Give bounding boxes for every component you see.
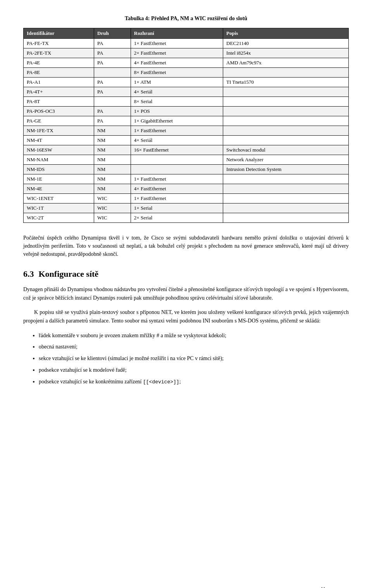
table-cell: NM <box>94 126 131 136</box>
table-cell <box>94 68 131 78</box>
table-cell: NM-16ESW <box>24 145 94 155</box>
table-cell: PA-8T <box>24 97 94 107</box>
table-row: NM-NAMNMNetwork Analyzer <box>24 155 349 165</box>
table-cell: NM <box>94 155 131 165</box>
table-cell: PA <box>94 78 131 87</box>
section-heading: 6.3Konfigurace sítě <box>23 269 349 279</box>
table-row: NM-1FE-TXNM1× FastEthernet <box>24 126 349 136</box>
col-header-identifikator: Identifikátor <box>24 28 94 39</box>
table-cell: NM-4E <box>24 184 94 194</box>
table-cell: DEC21140 <box>223 39 349 48</box>
table-cell: 8× FastEthernet <box>131 68 223 78</box>
table-cell: 4× Seriál <box>131 87 223 97</box>
table-cell: PA-FE-TX <box>24 39 94 48</box>
table-row: PA-8T8× Serial <box>24 97 349 107</box>
table-cell <box>223 213 349 223</box>
table-cell: PA-4T+ <box>24 87 94 97</box>
table-row: NM-16ESWNM16× FastEthernetSwitchovací mo… <box>24 145 349 155</box>
table-cell: PA <box>94 48 131 58</box>
table-cell: PA-GE <box>24 116 94 126</box>
table-row: WIC-1ENETWIC1× FastEthernet <box>24 194 349 203</box>
table-cell: WIC-1T <box>24 203 94 213</box>
table-cell: 1× ATM <box>131 78 223 87</box>
table-cell: 1× FastEthernet <box>131 39 223 48</box>
table-cell <box>223 107 349 116</box>
table-cell: NM-NAM <box>24 155 94 165</box>
table-row: NM-IDSNMIntrusion Detection System <box>24 165 349 174</box>
table-cell: NM-IDS <box>24 165 94 174</box>
table-cell: NM-1E <box>24 174 94 184</box>
col-header-druh: Druh <box>94 28 131 39</box>
table-row: PA-POS-OC3PA1× POS <box>24 107 349 116</box>
table-cell: 1× POS <box>131 107 223 116</box>
table-cell: WIC <box>94 213 131 223</box>
table-cell: PA <box>94 87 131 97</box>
col-header-rozhrani: Rozhraní <box>131 28 223 39</box>
table-cell: NM-1FE-TX <box>24 126 94 136</box>
table-cell: PA-A1 <box>24 78 94 87</box>
table-cell <box>94 97 131 107</box>
table-cell: 1× FastEthernet <box>131 126 223 136</box>
table-cell <box>223 97 349 107</box>
table-cell <box>223 136 349 145</box>
table-row: NM-4ENM4× FastEthernet <box>24 184 349 194</box>
table-cell: 4× FastEthernet <box>131 58 223 68</box>
table-row: PA-A1PA1× ATMTI Tneta1570 <box>24 78 349 87</box>
table-row: NM-1ENM1× FastEthernet <box>24 174 349 184</box>
table-cell <box>131 155 223 165</box>
table-cell <box>223 126 349 136</box>
table-cell: 1× FastEthernet <box>131 194 223 203</box>
table-cell <box>223 203 349 213</box>
table-cell: 1× Serial <box>131 203 223 213</box>
table-cell: 1× FastEthernet <box>131 174 223 184</box>
table-cell: NM <box>94 184 131 194</box>
table-row: WIC-2TWIC2× Serial <box>24 213 349 223</box>
table-cell: NM <box>94 145 131 155</box>
table-cell <box>131 165 223 174</box>
table-cell <box>223 174 349 184</box>
paragraph-3: K popisu sítě se využívá plain-textový s… <box>23 308 349 326</box>
table-cell: PA-POS-OC3 <box>24 107 94 116</box>
table-cell: 8× Serial <box>131 97 223 107</box>
bullet-item: sekce vztahující se ke klientovi (simula… <box>39 354 349 363</box>
table-cell: 16× FastEthernet <box>131 145 223 155</box>
pa-nm-wic-table: Identifikátor Druh Rozhraní Popis PA-FE-… <box>23 28 349 223</box>
col-header-popis: Popis <box>223 28 349 39</box>
table-cell: TI Tneta1570 <box>223 78 349 87</box>
table-cell: Intel i8254x <box>223 48 349 58</box>
bullet-item: obecná nastavení; <box>39 342 349 352</box>
table-row: PA-8E8× FastEthernet <box>24 68 349 78</box>
page-number: 11 <box>320 586 326 588</box>
table-cell: Intrusion Detection System <box>223 165 349 174</box>
table-cell: NM-4T <box>24 136 94 145</box>
table-cell: 1× GigabitEthernet <box>131 116 223 126</box>
table-cell: NM <box>94 165 131 174</box>
table-cell: PA-2FE-TX <box>24 48 94 58</box>
table-row: PA-4T+PA4× Seriál <box>24 87 349 97</box>
table-cell: NM <box>94 174 131 184</box>
section-number: 6.3 <box>23 269 34 279</box>
section-title: Konfigurace sítě <box>39 269 99 279</box>
bullet-item: řádek komentáře v souboru je uvozen znak… <box>39 331 349 340</box>
table-cell: 2× FastEthernet <box>131 48 223 58</box>
table-row: PA-2FE-TXPA2× FastEthernetIntel i8254x <box>24 48 349 58</box>
table-cell: WIC-1ENET <box>24 194 94 203</box>
table-cell: 2× Serial <box>131 213 223 223</box>
bullet-list: řádek komentáře v souboru je uvozen znak… <box>39 331 349 386</box>
table-cell: PA <box>94 116 131 126</box>
table-cell: Switchovací modul <box>223 145 349 155</box>
table-cell: WIC-2T <box>24 213 94 223</box>
table-cell: WIC <box>94 194 131 203</box>
table-row: PA-GEPA1× GigabitEthernet <box>24 116 349 126</box>
table-cell <box>223 116 349 126</box>
table-cell: 4× Seriál <box>131 136 223 145</box>
table-cell: 4× FastEthernet <box>131 184 223 194</box>
table-row: NM-4TNM4× Seriál <box>24 136 349 145</box>
code-snippet: [[<device>]] <box>143 379 179 385</box>
table-row: PA-4EPA4× FastEthernetAMD Am79c97x <box>24 58 349 68</box>
paragraph-2: Dynagen přináší do Dynamipsu vhodnou nád… <box>23 285 349 303</box>
table-cell: NM <box>94 136 131 145</box>
table-row: PA-FE-TXPA1× FastEthernetDEC21140 <box>24 39 349 48</box>
table-cell <box>223 184 349 194</box>
table-cell: PA <box>94 39 131 48</box>
